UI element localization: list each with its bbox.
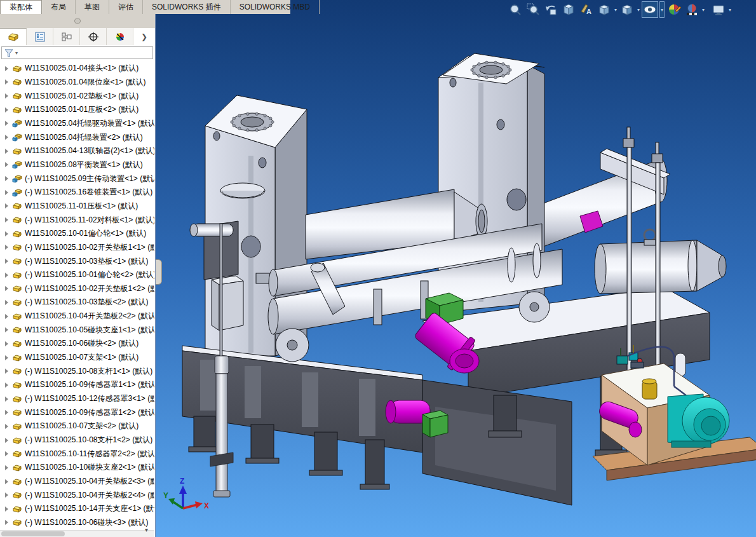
expand-arrow-icon[interactable] (5, 190, 8, 195)
tree-item[interactable]: W11S10025.01-02垫板<1> (默认) (0, 89, 154, 103)
view-orientation-dropdown[interactable]: ▾ (614, 7, 618, 13)
expand-arrow-icon[interactable] (5, 300, 8, 305)
expand-arrow-icon[interactable] (5, 79, 8, 85)
tree-item[interactable]: (-) W11S10025.10-03垫板<1> (默认) (0, 254, 154, 268)
tree-item[interactable]: W11S10025.10-07支架<1> (默认) (0, 351, 154, 365)
expand-arrow-icon[interactable] (5, 273, 8, 278)
expand-arrow-icon[interactable] (5, 203, 8, 208)
tree-item[interactable]: (-) W11S10025.10-06碰块<3> (默认) (0, 516, 154, 530)
manager-tabs-overflow[interactable]: ❯ (133, 28, 155, 45)
expand-arrow-icon[interactable] (5, 438, 8, 443)
tree-item[interactable]: (-) W11S10025.09主传动装置<1> (默认) (0, 172, 154, 186)
horizontal-scrollbar[interactable] (0, 530, 154, 537)
expand-arrow-icon[interactable] (5, 506, 8, 512)
tree-item[interactable]: W11S10025.10-09传感器罩1<2> (默认) (0, 405, 154, 419)
expand-arrow-icon[interactable] (5, 314, 8, 319)
featuremanager-design-tree-icon[interactable] (0, 28, 27, 45)
section-view-icon[interactable] (560, 1, 577, 18)
expand-arrow-icon[interactable] (5, 121, 8, 126)
tree-item[interactable]: (-) W11S10025.10-08支杆1<1> (默认) (0, 364, 154, 378)
expand-arrow-icon[interactable] (5, 66, 8, 71)
view-settings-icon[interactable] (710, 1, 727, 18)
tree-item[interactable]: (-) W11S10025.10-03垫板<2> (默认) (0, 296, 154, 309)
tree-item[interactable]: (-) W11S10025.10-01偏心轮<2> (默认) (0, 268, 154, 282)
previous-view-icon[interactable] (543, 1, 559, 18)
expand-arrow-icon[interactable] (5, 162, 8, 167)
panel-splitter-handle[interactable] (156, 259, 162, 285)
expand-arrow-icon[interactable] (5, 93, 8, 99)
expand-arrow-icon[interactable] (5, 369, 8, 374)
tree-item[interactable]: (-) W11S10025.10-14开关支座<1> (默认) (0, 502, 154, 516)
expand-arrow-icon[interactable] (5, 465, 8, 470)
tab-solidworks-addins[interactable]: SOLIDWORKS 插件 (143, 0, 231, 14)
tree-item[interactable]: W11S10025.10-04开关垫板2<2> (默认) (0, 309, 154, 323)
view-orientation-icon[interactable] (596, 1, 612, 18)
expand-arrow-icon[interactable] (5, 327, 8, 332)
tree-item[interactable]: W11S10025.10-06碰块<2> (默认) (0, 337, 154, 351)
hscroll-thumb[interactable] (1, 531, 65, 536)
apply-scene-icon[interactable] (684, 1, 700, 18)
tree-item[interactable]: W11S10025.04托辊驱动装置<1> (默认) (0, 117, 154, 131)
tree-item[interactable]: (-) W11S10025.16卷锥装置<1> (默认) (0, 186, 154, 200)
tab-assembly[interactable]: 装配体 (0, 0, 42, 14)
expand-arrow-icon[interactable] (5, 135, 8, 140)
expand-arrow-icon[interactable] (5, 231, 8, 236)
dimxpertmanager-icon[interactable] (80, 28, 107, 45)
tree-item[interactable]: W11S10025.04托辊装置<2> (默认) (0, 130, 154, 144)
expand-arrow-icon[interactable] (5, 341, 8, 346)
panel-grip[interactable] (0, 14, 155, 29)
tree-item[interactable]: W11S10025.11-01压板<1> (默认) (0, 200, 154, 214)
zoom-to-fit-icon[interactable] (507, 1, 523, 18)
expand-arrow-icon[interactable] (5, 286, 8, 291)
view-annotations-icon[interactable]: A (578, 1, 595, 18)
tree-item[interactable]: (-) W11S10025.10-02开关垫板1<1> (默认) (0, 241, 154, 255)
tree-item[interactable]: W11S10025.01.04限位座<1> (默认) (0, 76, 154, 90)
expand-arrow-icon[interactable] (5, 383, 8, 388)
propertymanager-icon[interactable] (27, 28, 53, 45)
hide-show-items-dropdown[interactable]: ▾ (659, 1, 665, 18)
tab-sketch[interactable]: 草图 (76, 0, 109, 14)
zoom-to-area-icon[interactable] (525, 1, 541, 18)
tree-item[interactable]: W11S10025.10-09传感器罩1<1> (默认) (0, 378, 154, 392)
filter-dropdown-caret[interactable]: ▾ (15, 50, 18, 56)
graphics-viewport[interactable]: Z X Y A ▾ ▾ ▾ (156, 0, 756, 537)
motor-cyan[interactable] (668, 394, 729, 447)
configurationmanager-icon[interactable] (53, 28, 80, 45)
tree-item[interactable]: W11S10025.04-13联轴器(2)<1> (默认) (0, 144, 154, 158)
apply-scene-dropdown[interactable]: ▾ (701, 7, 705, 13)
tree-item[interactable]: (-) W11S10025.10-12传感器罩3<1> (默认) (0, 392, 154, 406)
tree-item[interactable]: W11S10025.01-01压板<2> (默认) (0, 103, 154, 117)
tab-layout[interactable]: 布局 (42, 0, 76, 14)
expand-arrow-icon[interactable] (5, 217, 8, 222)
tree-scroll-down-arrow[interactable]: ▾ (145, 526, 148, 533)
expand-arrow-icon[interactable] (5, 259, 8, 264)
tree-item[interactable]: (-) W11S10025.10-04开关垫板2<3> (默认) (0, 475, 154, 489)
tree-item[interactable]: W11S10025.10-10碰块支座2<1> (默认) (0, 461, 154, 475)
expand-arrow-icon[interactable] (5, 355, 8, 360)
pump-yellow[interactable] (642, 379, 657, 399)
tree-item[interactable]: W11S10025.01-04接头<1> (默认) (0, 62, 154, 76)
tree-filter-input[interactable]: ▾ (1, 46, 153, 59)
expand-arrow-icon[interactable] (5, 493, 8, 498)
view-settings-dropdown[interactable]: ▾ (728, 7, 732, 13)
expand-arrow-icon[interactable] (5, 424, 8, 429)
expand-arrow-icon[interactable] (5, 245, 8, 250)
display-style-dropdown[interactable]: ▾ (637, 7, 640, 13)
tree-item[interactable]: W11S10025.10-05碰块支座1<1> (默认) (0, 323, 154, 337)
edit-appearance-icon[interactable] (666, 1, 682, 18)
tree-item[interactable]: (-) W11S10025.10-02开关垫板1<2> (默认) (0, 282, 154, 296)
expand-arrow-icon[interactable] (5, 451, 8, 456)
displaymanager-icon[interactable] (107, 28, 133, 45)
tab-solidworks-mbd[interactable]: SOLIDWORKS MBD (231, 0, 320, 14)
tree-item[interactable]: (-) W11S10025.10-08支杆1<2> (默认) (0, 433, 154, 447)
expand-arrow-icon[interactable] (5, 397, 8, 402)
tree-item[interactable]: (-) W11S10025.10-04开关垫板2<4> (默认) (0, 488, 154, 502)
tree-item[interactable]: W11S10025.10-07支架<2> (默认) (0, 419, 154, 433)
expand-arrow-icon[interactable] (5, 520, 8, 525)
tab-evaluate[interactable]: 评估 (109, 0, 143, 14)
tree-item[interactable]: (-) W11S10025.11-02对料板<1> (默认) (0, 213, 154, 227)
tree-item[interactable]: W11S10025.10-01偏心轮<1> (默认) (0, 227, 154, 241)
tree-item[interactable]: W11S10025.10-11传感器罩2<2> (默认) (0, 447, 154, 461)
hide-show-items-icon[interactable] (642, 1, 658, 18)
expand-arrow-icon[interactable] (5, 107, 8, 112)
